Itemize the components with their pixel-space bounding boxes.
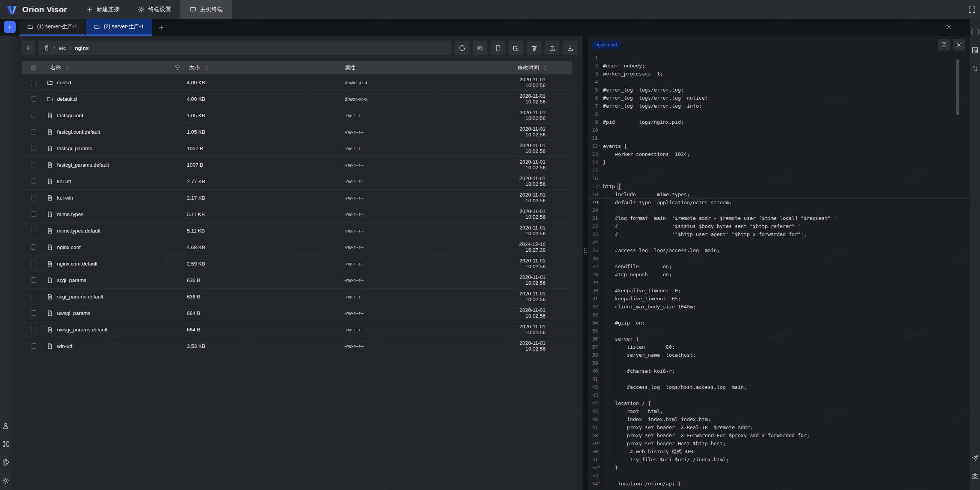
file-name[interactable]: fastcgi.conf [57,113,83,118]
send-command-icon[interactable] [971,454,979,462]
table-row[interactable]: nginx.conf.default2.59 KB-rw-r--r--2020-… [22,256,572,272]
row-checkbox[interactable] [31,294,36,299]
table-row[interactable]: mime.types5.11 KB-rw-r--r--2020-11-01 10… [22,206,572,223]
fold-chevron-icon[interactable] [598,464,603,472]
row-checkbox[interactable] [31,228,36,233]
tab-server-2[interactable]: (2) server-生产-1 [86,19,152,36]
command-icon[interactable] [2,440,10,448]
row-checkbox[interactable] [31,146,36,151]
table-row[interactable]: mime.types.default5.11 KB-rw-r--r--2020-… [22,223,572,239]
refresh-button[interactable] [455,41,469,55]
table-row[interactable]: win-utf3.53 KB-rw-r--r--2020-11-01 10:02… [22,338,572,354]
breadcrumb-segment[interactable]: etc [59,45,66,51]
file-name[interactable]: win-utf [57,343,72,349]
file-name[interactable]: mime.types [57,211,83,217]
table-row[interactable]: fastcgi.conf1.05 KB-rw-r--r--2020-11-01 … [22,107,572,124]
fold-chevron-icon[interactable] [598,182,603,190]
nav-new-connection[interactable]: 新建连接 [77,0,129,19]
upload-button[interactable] [545,41,559,55]
save-button[interactable] [938,39,950,51]
notes-icon[interactable] [971,46,979,54]
row-checkbox[interactable] [31,162,36,167]
table-row[interactable]: koi-win2.17 KB-rw-r--r--2020-11-01 10:02… [22,190,572,206]
file-name[interactable]: scgi_params [57,277,87,283]
file-name[interactable]: koi-win [57,195,73,201]
file-name[interactable]: mime.types.default [57,228,100,234]
table-row[interactable]: uwsgi_params.default664 B-rw-r--r--2020-… [22,321,572,338]
sort-icon[interactable] [204,65,209,71]
column-size[interactable]: 大小 [185,64,200,71]
file-name[interactable]: uwsgi_params [57,310,90,316]
close-icon[interactable] [943,21,955,33]
file-name[interactable]: default.d [57,96,77,102]
table-row[interactable]: fastcgi_params1007 B-rw-r--r--2020-11-01… [22,140,572,157]
screenshot-camera-icon[interactable] [971,472,979,480]
new-folder-button[interactable] [509,41,523,55]
braces-icon[interactable]: { } [971,28,979,36]
close-editor-button[interactable] [953,39,965,51]
fold-chevron-icon[interactable] [598,335,603,343]
nav-terminal-settings[interactable]: 终端设置 [129,0,180,19]
row-checkbox[interactable] [31,310,36,316]
row-checkbox[interactable] [31,244,36,250]
table-row[interactable]: default.d4.00 KBdrwxr-xr-x2020-11-01 10:… [22,91,572,107]
row-checkbox[interactable] [31,327,36,332]
swap-vertical-icon[interactable] [971,65,979,72]
row-checkbox[interactable] [31,343,36,349]
column-name[interactable]: 名称 [50,64,61,71]
row-checkbox[interactable] [31,179,36,184]
breadcrumb-segment[interactable]: nginx [75,45,89,51]
table-row[interactable]: conf.d4.00 KBdrwxr-xr-x2020-11-01 10:02:… [22,74,572,91]
theme-palette-icon[interactable] [2,459,10,466]
sort-icon[interactable] [65,65,70,71]
row-checkbox[interactable] [31,277,36,283]
editor-scrollbar[interactable] [956,59,959,115]
show-hidden-button[interactable] [473,41,487,55]
table-row[interactable]: scgi_params636 B-rw-r--r--2020-11-01 10:… [22,272,572,288]
settings-gear-icon[interactable] [2,477,10,485]
row-checkbox[interactable] [31,129,36,134]
table-row[interactable]: nginx.conf4.68 KB-rw-r--r--2024-12-10 16… [22,239,572,256]
add-tab-button[interactable] [153,19,170,36]
fold-chevron-icon[interactable] [598,439,603,447]
nav-host-terminal[interactable]: 主机终端 [180,0,232,19]
file-name[interactable]: koi-utf [57,179,71,184]
file-name[interactable]: nginx.conf [57,244,81,250]
delete-button[interactable] [527,41,541,55]
file-name[interactable]: fastcgi.conf.default [57,129,100,135]
user-icon[interactable] [2,422,10,429]
sort-icon[interactable] [543,65,548,71]
new-tab-button[interactable] [4,21,16,33]
table-row[interactable]: fastcgi.conf.default1.05 KB-rw-r--r--202… [22,124,572,140]
file-name[interactable]: conf.d [57,80,71,85]
file-name[interactable]: scgi_params.default [57,294,103,300]
panel-resize-handle[interactable] [583,36,588,490]
back-button[interactable] [22,41,35,55]
file-name[interactable]: fastcgi_params [57,146,92,151]
table-row[interactable]: fastcgi_params.default1007 B-rw-r--r--20… [22,157,572,173]
row-checkbox[interactable] [31,96,36,102]
breadcrumb[interactable]: / etc / nginx [38,41,451,55]
select-all-checkbox[interactable] [31,65,36,70]
row-checkbox[interactable] [31,80,36,85]
table-row[interactable]: koi-utf2.77 KB-rw-r--r--2020-11-01 10:02… [22,173,572,190]
fullscreen-icon[interactable] [967,5,977,15]
code-editor[interactable]: 12#user nobody;3worker_processes 1;45#er… [588,54,970,490]
tab-server-1[interactable]: (1) server-生产-1 [20,19,85,36]
file-name[interactable]: uwsgi_params.default [57,327,107,333]
fold-chevron-icon[interactable] [598,399,603,407]
row-checkbox[interactable] [31,261,36,266]
filter-icon[interactable] [174,65,181,71]
fold-chevron-icon[interactable] [598,480,603,488]
file-name[interactable]: nginx.conf.default [57,261,98,267]
column-mtime[interactable]: 修改时间 [518,64,539,71]
row-checkbox[interactable] [31,195,36,200]
table-row[interactable]: uwsgi_params664 B-rw-r--r--2020-11-01 10… [22,305,572,321]
download-button[interactable] [563,41,577,55]
table-row[interactable]: scgi_params.default636 B-rw-r--r--2020-1… [22,288,572,305]
row-checkbox[interactable] [31,211,36,217]
file-name[interactable]: fastcgi_params.default [57,162,109,168]
fold-chevron-icon[interactable] [598,142,603,150]
new-file-button[interactable] [491,41,505,55]
row-checkbox[interactable] [31,113,36,118]
